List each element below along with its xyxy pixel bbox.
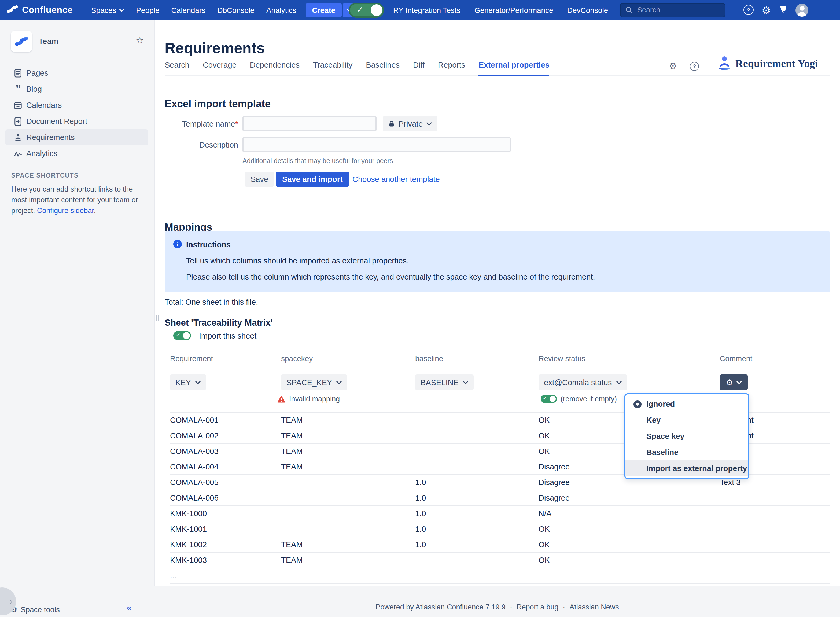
save-button[interactable]: Save <box>245 172 274 187</box>
cell-comment <box>720 490 830 505</box>
drag-handle[interactable] <box>156 316 159 321</box>
check-icon: ✓ <box>357 4 363 14</box>
tab-baselines[interactable]: Baselines <box>366 61 399 75</box>
description-field[interactable] <box>242 137 511 152</box>
nav-item-ry-integration-tests[interactable]: RY Integration Tests <box>393 6 460 14</box>
tab-coverage[interactable]: Coverage <box>203 61 237 75</box>
nav-item-label: Spaces <box>91 6 116 14</box>
mapping-select-review-status[interactable]: ext@Comala status <box>539 375 627 390</box>
choose-another-template-link[interactable]: Choose another template <box>352 175 440 183</box>
chevron-down-icon <box>463 381 468 384</box>
nav-item-label: Calendars <box>171 6 206 14</box>
announcements-icon[interactable] <box>779 4 787 16</box>
space-logo[interactable] <box>11 31 32 52</box>
sidebar-item-label: Calendars <box>26 101 62 109</box>
tab-search[interactable]: Search <box>165 61 189 75</box>
tab-traceability[interactable]: Traceability <box>313 61 352 75</box>
chevron-down-icon <box>736 381 741 384</box>
yogi-icon <box>717 56 732 71</box>
menu-item-import-as-external-property[interactable]: Import as external property <box>625 461 748 477</box>
cell-ellipsis: ... <box>170 568 281 583</box>
column-header-baseline: baseline <box>415 354 539 363</box>
cell-spacekey: TEAM <box>281 537 415 552</box>
confluence-logo-icon <box>6 3 18 17</box>
info-icon: i <box>173 240 182 248</box>
footer: ⚙ Space tools « Powered by Atlassian Con… <box>0 586 840 617</box>
sidebar-item-blog[interactable]: ”Blog <box>5 81 148 97</box>
cell-spacekey <box>281 490 415 505</box>
comment-mapping-gear-button[interactable]: ⚙ <box>720 375 748 390</box>
nav-item-dbconsole[interactable]: DbConsole <box>217 6 255 14</box>
sidebar-item-document-report[interactable]: Document Report <box>5 113 148 129</box>
nav-item-devconsole[interactable]: DevConsole <box>567 6 608 14</box>
page-help-icon[interactable]: ? <box>690 62 699 71</box>
cell-spacekey: TEAM <box>281 428 415 443</box>
help-icon[interactable]: ? <box>743 5 754 15</box>
description-label: Description <box>165 140 238 149</box>
menu-item-label: Import as external property <box>646 464 747 473</box>
nav-item-label: Analytics <box>266 6 296 14</box>
sidebar-item-requirements[interactable]: Requirements <box>5 129 148 145</box>
menu-item-ignored[interactable]: Ignored <box>625 396 748 412</box>
menu-item-baseline[interactable]: Baseline <box>625 444 748 461</box>
sidebar-item-calendars[interactable]: Calendars <box>5 97 148 113</box>
space-name: Team <box>38 37 58 46</box>
requirements-yogi-icon <box>13 133 22 142</box>
remove-if-empty-toggle[interactable]: ✓ <box>541 395 557 403</box>
template-name-field[interactable] <box>242 116 377 131</box>
main-content: Requirements SearchCoverageDependenciesT… <box>155 20 840 586</box>
confluence-brand[interactable]: Confluence <box>6 0 73 20</box>
profile-avatar[interactable] <box>796 3 808 16</box>
collapse-sidebar-button[interactable]: « <box>127 602 132 613</box>
nav-item-label: Generator/Performance <box>475 6 553 14</box>
extension-toggle[interactable]: ✓ <box>349 2 384 18</box>
report-a-bug-link[interactable]: Report a bug <box>517 603 559 611</box>
powered-by-text: Powered by Atlassian Confluence 7.19.9 <box>376 603 505 611</box>
nav-item-people[interactable]: People <box>136 6 159 14</box>
settings-icon[interactable]: ⚙ <box>762 4 771 16</box>
sidebar-item-analytics[interactable]: Analytics <box>5 145 148 161</box>
nav-item-generator-performance[interactable]: Generator/Performance <box>475 6 553 14</box>
table-row-ellipsis: ... <box>170 568 830 584</box>
toggle-knob <box>550 396 556 402</box>
cell-baseline <box>415 553 539 568</box>
visibility-select[interactable]: Private <box>383 116 437 131</box>
footer-separator: · <box>563 603 565 611</box>
sidebar-item-pages[interactable]: Pages <box>5 65 148 81</box>
table-row: KMK-10011.0OK <box>170 521 830 537</box>
remove-if-empty-text: (remove if empty) <box>560 395 617 403</box>
nav-item-analytics[interactable]: Analytics <box>266 6 296 14</box>
favourite-star-icon[interactable]: ☆ <box>136 35 144 46</box>
menu-item-key[interactable]: Key <box>625 412 748 428</box>
save-and-import-button[interactable]: Save and import <box>276 172 349 187</box>
mapping-select-value: KEY <box>175 378 191 387</box>
mapping-select-requirement[interactable]: KEY <box>170 375 206 390</box>
check-icon: ✓ <box>176 332 180 338</box>
mapping-select-spacekey[interactable]: SPACE_KEY <box>281 375 347 390</box>
menu-item-space-key[interactable]: Space key <box>625 428 748 444</box>
menu-item-label: Space key <box>646 432 684 440</box>
configure-sidebar-link[interactable]: Configure sidebar <box>37 207 94 215</box>
tab-diff[interactable]: Diff <box>413 61 424 75</box>
tab-external-properties[interactable]: External properties <box>479 61 550 76</box>
cell-requirement: COMALA-005 <box>170 475 281 490</box>
global-search[interactable] <box>620 3 725 17</box>
nav-item-label: People <box>136 6 159 14</box>
column-mapping-dropdown-menu: IgnoredKeySpace keyBaselineImport as ext… <box>624 393 749 479</box>
nav-item-calendars[interactable]: Calendars <box>171 6 206 14</box>
create-button[interactable]: Create <box>306 3 342 17</box>
nav-items-right: RY Integration TestsGenerator/Performanc… <box>393 0 608 20</box>
page-settings-gear-icon[interactable]: ⚙ <box>669 61 677 71</box>
check-icon: ✓ <box>543 396 547 401</box>
vendor-logo-text: Requirement Yogi <box>735 57 818 69</box>
cell-status: Disagree <box>539 490 720 505</box>
mapping-select-baseline[interactable]: BASELINE <box>415 375 474 390</box>
tab-reports[interactable]: Reports <box>438 61 465 75</box>
atlassian-news-link[interactable]: Atlassian News <box>569 603 619 611</box>
sidebar-item-label: Requirements <box>26 133 75 142</box>
space-tools-button[interactable]: ⚙ Space tools <box>10 604 60 614</box>
nav-item-spaces[interactable]: Spaces <box>91 6 124 14</box>
tab-dependencies[interactable]: Dependencies <box>250 61 299 75</box>
import-sheet-toggle[interactable]: ✓ <box>173 331 191 340</box>
search-input[interactable] <box>636 5 719 15</box>
